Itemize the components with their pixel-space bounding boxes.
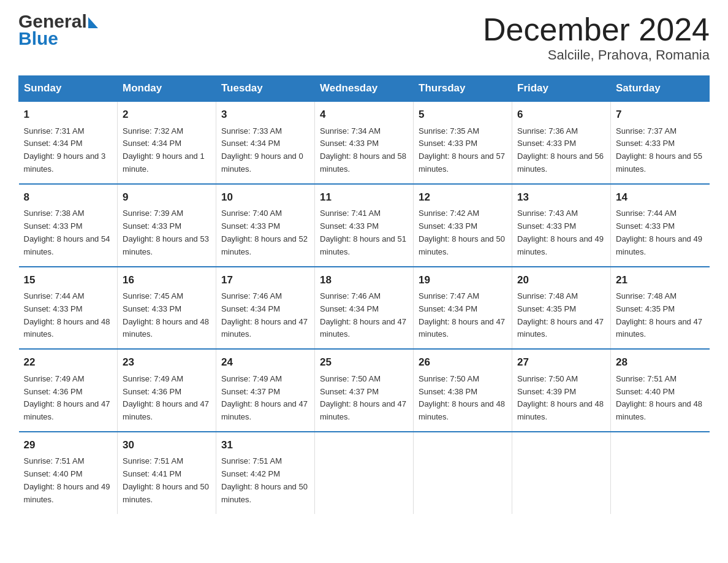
day-cell-13: 13Sunrise: 7:43 AMSunset: 4:33 PMDayligh… (512, 184, 611, 267)
day-cell-31: 31Sunrise: 7:51 AMSunset: 4:42 PMDayligh… (216, 432, 315, 514)
day-info: Sunrise: 7:51 AMSunset: 4:40 PMDaylight:… (616, 374, 702, 421)
day-number: 7 (616, 107, 705, 123)
day-number: 23 (123, 354, 211, 370)
day-info: Sunrise: 7:48 AMSunset: 4:35 PMDaylight:… (517, 291, 604, 339)
day-cell-22: 22Sunrise: 7:49 AMSunset: 4:36 PMDayligh… (19, 349, 118, 432)
day-info: Sunrise: 7:44 AMSunset: 4:33 PMDaylight:… (24, 291, 110, 339)
day-number: 28 (616, 354, 705, 370)
day-cell-16: 16Sunrise: 7:45 AMSunset: 4:33 PMDayligh… (118, 267, 216, 350)
logo-arrow-icon (88, 17, 98, 28)
day-number: 30 (123, 437, 211, 453)
day-info: Sunrise: 7:51 AMSunset: 4:40 PMDaylight:… (24, 456, 110, 504)
day-number: 4 (320, 107, 408, 123)
day-number: 11 (320, 190, 408, 205)
day-cell-14: 14Sunrise: 7:44 AMSunset: 4:33 PMDayligh… (611, 184, 710, 267)
day-info: Sunrise: 7:51 AMSunset: 4:42 PMDaylight:… (221, 456, 308, 504)
day-cell-8: 8Sunrise: 7:38 AMSunset: 4:33 PMDaylight… (19, 184, 118, 267)
day-cell-30: 30Sunrise: 7:51 AMSunset: 4:41 PMDayligh… (118, 432, 216, 514)
day-info: Sunrise: 7:49 AMSunset: 4:36 PMDaylight:… (24, 374, 110, 421)
calendar-title: December 2024 (483, 12, 710, 47)
day-number: 22 (24, 354, 113, 370)
day-cell-18: 18Sunrise: 7:46 AMSunset: 4:34 PMDayligh… (315, 267, 414, 350)
day-cell-21: 21Sunrise: 7:48 AMSunset: 4:35 PMDayligh… (611, 267, 710, 350)
day-info: Sunrise: 7:49 AMSunset: 4:37 PMDaylight:… (221, 374, 308, 421)
weekday-header-thursday: Thursday (414, 76, 512, 102)
day-cell-9: 9Sunrise: 7:39 AMSunset: 4:33 PMDaylight… (118, 184, 216, 267)
day-info: Sunrise: 7:33 AMSunset: 4:34 PMDaylight:… (221, 126, 303, 174)
day-info: Sunrise: 7:42 AMSunset: 4:33 PMDaylight:… (419, 209, 505, 256)
weekday-header-row: SundayMondayTuesdayWednesdayThursdayFrid… (19, 76, 710, 102)
day-info: Sunrise: 7:46 AMSunset: 4:34 PMDaylight:… (320, 291, 406, 339)
day-number: 18 (320, 272, 408, 288)
logo-line2: Blue (18, 31, 98, 48)
week-row-5: 29Sunrise: 7:51 AMSunset: 4:40 PMDayligh… (19, 432, 710, 514)
day-cell-26: 26Sunrise: 7:50 AMSunset: 4:38 PMDayligh… (414, 349, 512, 432)
day-number: 27 (517, 354, 605, 370)
day-cell-12: 12Sunrise: 7:42 AMSunset: 4:33 PMDayligh… (414, 184, 512, 267)
day-info: Sunrise: 7:40 AMSunset: 4:33 PMDaylight:… (221, 209, 308, 256)
day-number: 12 (419, 190, 507, 205)
day-cell-7: 7Sunrise: 7:37 AMSunset: 4:33 PMDaylight… (611, 101, 710, 184)
day-number: 14 (616, 190, 705, 205)
day-number: 8 (24, 190, 113, 205)
empty-cell-w4-5 (512, 432, 611, 514)
weekday-header-tuesday: Tuesday (216, 76, 315, 102)
calendar-table: SundayMondayTuesdayWednesdayThursdayFrid… (18, 75, 710, 513)
day-cell-10: 10Sunrise: 7:40 AMSunset: 4:33 PMDayligh… (216, 184, 315, 267)
day-number: 6 (517, 107, 605, 123)
day-info: Sunrise: 7:36 AMSunset: 4:33 PMDaylight:… (517, 126, 604, 174)
day-info: Sunrise: 7:44 AMSunset: 4:33 PMDaylight:… (616, 209, 702, 256)
day-info: Sunrise: 7:50 AMSunset: 4:37 PMDaylight:… (320, 374, 406, 421)
day-cell-20: 20Sunrise: 7:48 AMSunset: 4:35 PMDayligh… (512, 267, 611, 350)
day-number: 9 (123, 190, 211, 205)
day-number: 10 (221, 190, 309, 205)
logo-blue-text: Blue (18, 29, 98, 48)
day-cell-1: 1Sunrise: 7:31 AMSunset: 4:34 PMDaylight… (19, 101, 118, 184)
day-number: 15 (24, 272, 113, 288)
day-number: 25 (320, 354, 408, 370)
day-number: 2 (123, 107, 211, 123)
day-cell-3: 3Sunrise: 7:33 AMSunset: 4:34 PMDaylight… (216, 101, 315, 184)
week-row-1: 1Sunrise: 7:31 AMSunset: 4:34 PMDaylight… (19, 101, 710, 184)
day-number: 13 (517, 190, 605, 205)
day-info: Sunrise: 7:34 AMSunset: 4:33 PMDaylight:… (320, 126, 406, 174)
day-info: Sunrise: 7:39 AMSunset: 4:33 PMDaylight:… (123, 209, 209, 256)
day-number: 31 (221, 437, 309, 453)
day-cell-4: 4Sunrise: 7:34 AMSunset: 4:33 PMDaylight… (315, 101, 414, 184)
day-number: 20 (517, 272, 605, 288)
day-cell-28: 28Sunrise: 7:51 AMSunset: 4:40 PMDayligh… (611, 349, 710, 432)
weekday-header-monday: Monday (118, 76, 216, 102)
week-row-3: 15Sunrise: 7:44 AMSunset: 4:33 PMDayligh… (19, 267, 710, 350)
day-info: Sunrise: 7:48 AMSunset: 4:35 PMDaylight:… (616, 291, 702, 339)
day-info: Sunrise: 7:35 AMSunset: 4:33 PMDaylight:… (419, 126, 505, 174)
day-number: 17 (221, 272, 309, 288)
day-cell-2: 2Sunrise: 7:32 AMSunset: 4:34 PMDaylight… (118, 101, 216, 184)
day-cell-25: 25Sunrise: 7:50 AMSunset: 4:37 PMDayligh… (315, 349, 414, 432)
day-cell-11: 11Sunrise: 7:41 AMSunset: 4:33 PMDayligh… (315, 184, 414, 267)
title-block: December 2024 Salciile, Prahova, Romania (483, 12, 710, 63)
day-number: 24 (221, 354, 309, 370)
day-info: Sunrise: 7:50 AMSunset: 4:38 PMDaylight:… (419, 374, 505, 421)
day-cell-27: 27Sunrise: 7:50 AMSunset: 4:39 PMDayligh… (512, 349, 611, 432)
day-info: Sunrise: 7:51 AMSunset: 4:41 PMDaylight:… (123, 456, 209, 504)
day-cell-17: 17Sunrise: 7:46 AMSunset: 4:34 PMDayligh… (216, 267, 315, 350)
day-cell-19: 19Sunrise: 7:47 AMSunset: 4:34 PMDayligh… (414, 267, 512, 350)
day-number: 1 (24, 107, 113, 123)
day-info: Sunrise: 7:38 AMSunset: 4:33 PMDaylight:… (24, 209, 110, 256)
empty-cell-w4-6 (611, 432, 710, 514)
day-info: Sunrise: 7:46 AMSunset: 4:34 PMDaylight:… (221, 291, 308, 339)
day-info: Sunrise: 7:37 AMSunset: 4:33 PMDaylight:… (616, 126, 702, 174)
weekday-header-friday: Friday (512, 76, 611, 102)
weekday-header-saturday: Saturday (611, 76, 710, 102)
day-info: Sunrise: 7:45 AMSunset: 4:33 PMDaylight:… (123, 291, 209, 339)
logo: General Blue (18, 12, 98, 48)
day-cell-29: 29Sunrise: 7:51 AMSunset: 4:40 PMDayligh… (19, 432, 118, 514)
day-info: Sunrise: 7:47 AMSunset: 4:34 PMDaylight:… (419, 291, 505, 339)
day-info: Sunrise: 7:31 AMSunset: 4:34 PMDaylight:… (24, 126, 106, 174)
day-number: 29 (24, 437, 113, 453)
empty-cell-w4-3 (315, 432, 414, 514)
day-cell-5: 5Sunrise: 7:35 AMSunset: 4:33 PMDaylight… (414, 101, 512, 184)
day-number: 3 (221, 107, 309, 123)
day-info: Sunrise: 7:41 AMSunset: 4:33 PMDaylight:… (320, 209, 406, 256)
week-row-4: 22Sunrise: 7:49 AMSunset: 4:36 PMDayligh… (19, 349, 710, 432)
